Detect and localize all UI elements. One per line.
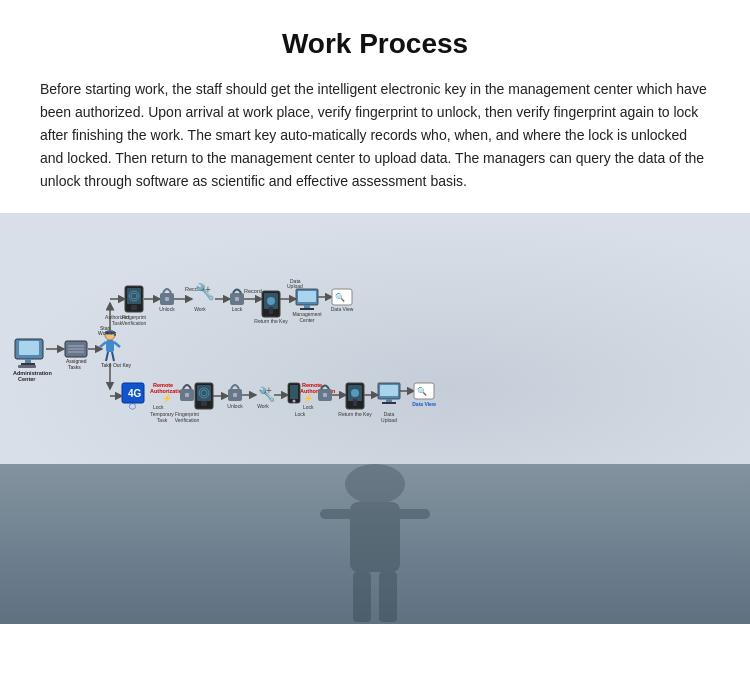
svg-text:Work: Work <box>194 306 206 312</box>
svg-text:Work: Work <box>257 403 269 409</box>
svg-rect-52 <box>269 307 273 314</box>
svg-text:Upload: Upload <box>287 283 303 289</box>
description: Before starting work, the staff should g… <box>40 78 710 193</box>
svg-rect-125 <box>320 509 355 519</box>
svg-text:Lock: Lock <box>295 411 306 417</box>
svg-rect-4 <box>18 365 36 368</box>
svg-text:4G: 4G <box>128 388 142 399</box>
svg-text:+: + <box>205 284 211 295</box>
data-upload-bottom <box>378 383 400 404</box>
admin-label2: Center <box>18 376 36 382</box>
svg-rect-3 <box>21 363 35 365</box>
svg-text:+: + <box>266 385 272 396</box>
svg-text:Return the Key: Return the Key <box>254 318 288 324</box>
lock-locked-top <box>230 290 244 306</box>
lock-unlock-bottom <box>228 385 242 401</box>
data-view-bottom: 🔍 <box>414 383 434 399</box>
fingerprint-device-bottom <box>195 383 213 409</box>
svg-text:Unlock: Unlock <box>159 306 175 312</box>
svg-rect-87 <box>233 393 237 397</box>
page-wrapper: Work Process Before starting work, the s… <box>0 0 750 685</box>
admin-center-icon <box>15 339 43 368</box>
svg-rect-1 <box>19 341 39 355</box>
svg-text:Data View: Data View <box>331 306 354 312</box>
svg-rect-57 <box>304 305 310 308</box>
work-icon-bottom: 🔧 + <box>258 385 276 403</box>
svg-text:Tasks: Tasks <box>68 364 81 370</box>
silhouette-svg <box>175 464 575 624</box>
svg-rect-108 <box>353 399 357 406</box>
fingerprint-device-top <box>125 286 143 312</box>
svg-text:⚡: ⚡ <box>303 393 313 403</box>
svg-point-51 <box>267 297 275 305</box>
svg-line-16 <box>100 342 106 347</box>
diagram-svg: Administration Center Assigned Tasks <box>10 231 740 446</box>
svg-rect-124 <box>350 502 400 572</box>
mgmt-computer <box>296 289 318 310</box>
svg-text:⬡: ⬡ <box>129 402 136 411</box>
signal-4g: 4G ⬡ <box>122 383 144 411</box>
key-top <box>262 291 280 317</box>
svg-rect-113 <box>386 399 392 402</box>
svg-text:Center: Center <box>299 317 314 323</box>
top-section: Work Process Before starting work, the s… <box>0 0 750 213</box>
page-title: Work Process <box>40 28 710 60</box>
svg-rect-128 <box>379 572 397 622</box>
svg-text:Lock: Lock <box>153 404 164 410</box>
svg-rect-2 <box>25 359 31 363</box>
diagram-container: Administration Center Assigned Tasks <box>10 231 740 446</box>
svg-rect-15 <box>106 340 114 352</box>
svg-text:Upload: Upload <box>381 417 397 423</box>
svg-text:Unlock: Unlock <box>227 403 243 409</box>
svg-rect-45 <box>235 297 239 301</box>
svg-rect-114 <box>382 402 396 404</box>
svg-text:Record: Record <box>244 288 262 294</box>
svg-point-107 <box>351 389 359 397</box>
svg-text:Verification: Verification <box>175 417 200 423</box>
svg-line-17 <box>114 342 120 347</box>
bottom-background <box>0 464 750 624</box>
svg-text:🔍: 🔍 <box>335 292 345 302</box>
svg-text:Working: Working <box>98 330 116 336</box>
svg-text:Lock: Lock <box>232 306 243 312</box>
svg-line-18 <box>106 352 108 361</box>
svg-rect-126 <box>395 509 430 519</box>
svg-rect-56 <box>298 291 316 302</box>
svg-text:🔍: 🔍 <box>417 386 427 396</box>
lock-unlock-top <box>160 289 174 305</box>
svg-rect-58 <box>300 308 314 310</box>
svg-rect-82 <box>201 401 207 406</box>
svg-text:Task: Task <box>157 417 168 423</box>
svg-rect-112 <box>380 385 398 396</box>
diagram-section: Administration Center Assigned Tasks <box>0 213 750 464</box>
svg-text:Verification: Verification <box>122 320 147 326</box>
svg-text:Data View: Data View <box>412 401 436 407</box>
svg-text:Take Out Key: Take Out Key <box>101 362 132 368</box>
phone-icon-bottom <box>288 383 300 403</box>
svg-rect-77 <box>185 393 189 397</box>
work-icon-top: 🔧 + <box>195 282 215 301</box>
svg-point-96 <box>293 400 296 403</box>
key-bottom <box>346 383 364 409</box>
svg-rect-29 <box>131 305 137 310</box>
svg-rect-127 <box>353 572 371 622</box>
svg-text:Return the Key: Return the Key <box>338 411 372 417</box>
svg-line-19 <box>112 352 114 361</box>
svg-rect-103 <box>323 393 327 397</box>
svg-rect-95 <box>290 385 298 399</box>
data-view-top: 🔍 <box>332 289 352 305</box>
svg-text:⚡: ⚡ <box>162 393 172 403</box>
svg-point-123 <box>345 464 405 504</box>
svg-text:Lock: Lock <box>303 404 314 410</box>
svg-rect-36 <box>165 297 169 301</box>
